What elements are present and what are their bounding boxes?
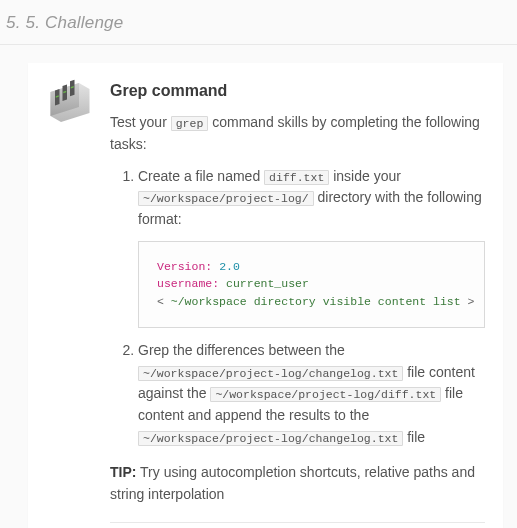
tip-body: Try using autocompletion shortcuts, rela… [110, 464, 475, 502]
code-chip-changelog1: ~/workspace/project-log/changelog.txt [138, 366, 403, 381]
tip-row: TIP: Try using autocompletion shortcuts,… [110, 462, 485, 505]
code-chip-grep: grep [171, 116, 209, 131]
card-title: Grep command [110, 79, 485, 104]
challenge-card: Grep command Test your grep command skil… [28, 63, 503, 528]
task-item-1: Create a file named diff.txt inside your… [138, 166, 485, 329]
task2-t4: file [403, 429, 425, 445]
code-v2: current_user [226, 277, 309, 290]
code-chip-diffpath: ~/workspace/project-log/diff.txt [210, 387, 441, 402]
task-item-2: Grep the differences between the ~/works… [138, 340, 485, 448]
task1-t1: Create a file named [138, 168, 264, 184]
section-header: 5. 5. Challenge [0, 0, 517, 45]
intro-a: Test your [110, 114, 171, 130]
code-chip-diff: diff.txt [264, 170, 329, 185]
section-number: 5. 5. [6, 13, 40, 32]
task1-t2: inside your [329, 168, 401, 184]
code-chip-projectlog: ~/workspace/project-log/ [138, 191, 314, 206]
code-l3b: ~/workspace directory visible content li… [171, 295, 461, 308]
section-label: Challenge [45, 13, 123, 32]
code-k1: Version: [157, 260, 212, 273]
code-chip-changelog2: ~/workspace/project-log/changelog.txt [138, 431, 403, 446]
intro-text: Test your grep command skills by complet… [110, 112, 485, 155]
task-list: Create a file named diff.txt inside your… [110, 166, 485, 449]
tip-label: TIP: [110, 464, 136, 480]
code-block: Version: 2.0 username: current_user < ~/… [138, 241, 485, 328]
card-icon-column [46, 79, 94, 528]
server-rack-icon [46, 79, 94, 123]
svg-rect-3 [63, 85, 68, 101]
separator [110, 522, 485, 523]
code-l3c: > [461, 295, 475, 308]
code-v1: 2.0 [219, 260, 240, 273]
code-k2: username: [157, 277, 219, 290]
task2-t1: Grep the differences between the [138, 342, 345, 358]
card-content: Grep command Test your grep command skil… [110, 79, 485, 528]
code-l3a: < [157, 295, 171, 308]
